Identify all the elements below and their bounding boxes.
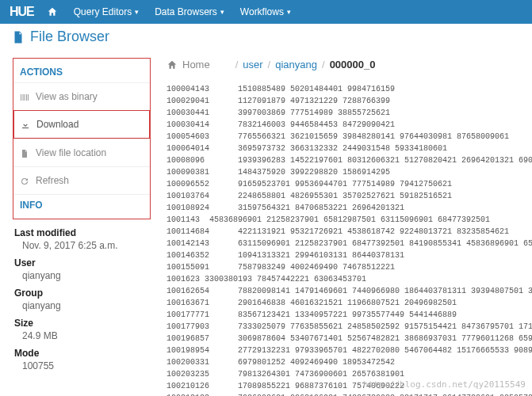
nav-query-editors[interactable]: Query Editors ▾ bbox=[66, 0, 147, 24]
nav-label: Data Browsers bbox=[155, 6, 217, 17]
actions-label: ACTIONS bbox=[13, 62, 150, 82]
breadcrumb-sep: / bbox=[322, 59, 325, 70]
last-modified-label: Last modified bbox=[14, 223, 151, 238]
chevron-down-icon: ▾ bbox=[287, 8, 291, 16]
content-area: Home / user / qianyang / 000000_0 100004… bbox=[159, 53, 532, 396]
download-icon bbox=[21, 119, 32, 130]
breadcrumb-user[interactable]: user bbox=[243, 59, 262, 70]
nav-data-browsers[interactable]: Data Browsers ▾ bbox=[147, 0, 232, 24]
user-label: User bbox=[14, 253, 151, 268]
info-label: INFO bbox=[13, 194, 150, 215]
breadcrumb-qianyang[interactable]: qianyang bbox=[275, 59, 317, 70]
breadcrumb-sep: / bbox=[235, 59, 239, 70]
nav-label: Workflows bbox=[240, 6, 284, 17]
watermark: http://blog.csdn.net/qy20115549 bbox=[363, 379, 526, 390]
size-value: 24.9 MB bbox=[14, 329, 151, 343]
top-nav: HUE Query Editors ▾ Data Browsers ▾ Work… bbox=[0, 0, 532, 24]
file-content: 100004143 1510885489 50201484401 9984716… bbox=[166, 77, 532, 396]
action-label: Download bbox=[36, 119, 78, 130]
home-icon[interactable] bbox=[166, 58, 178, 70]
breadcrumb-home[interactable]: Home bbox=[182, 59, 210, 70]
group-label: Group bbox=[14, 283, 151, 299]
nav-workflows[interactable]: Workflows ▾ bbox=[232, 0, 299, 24]
last-modified-value: Nov. 9, 2017 6:25 a.m. bbox=[14, 238, 151, 253]
app-logo: HUE bbox=[5, 5, 39, 19]
file-location-icon bbox=[20, 147, 31, 158]
refresh-icon bbox=[20, 175, 31, 186]
action-view-binary[interactable]: View as binary bbox=[13, 82, 150, 110]
nav-label: Query Editors bbox=[74, 6, 132, 17]
breadcrumb-sep: / bbox=[268, 59, 271, 70]
action-label: Refresh bbox=[36, 175, 69, 186]
action-label: View as binary bbox=[36, 91, 98, 102]
actions-box: ACTIONS View as binary Download View fil… bbox=[13, 58, 151, 219]
home-icon bbox=[47, 6, 58, 18]
action-label: View file location bbox=[36, 147, 106, 158]
barcode-icon bbox=[20, 91, 31, 102]
breadcrumb: Home / user / qianyang / 000000_0 bbox=[166, 58, 532, 77]
mode-value: 100755 bbox=[14, 359, 151, 373]
group-value: qianyang bbox=[14, 299, 151, 313]
action-refresh[interactable]: Refresh bbox=[13, 166, 150, 194]
user-value: qianyang bbox=[14, 268, 151, 283]
chevron-down-icon: ▾ bbox=[220, 8, 224, 16]
breadcrumb-current: 000000_0 bbox=[330, 59, 376, 70]
chevron-down-icon: ▾ bbox=[135, 8, 139, 16]
action-view-location[interactable]: View file location bbox=[13, 139, 150, 166]
action-download[interactable]: Download bbox=[13, 110, 150, 139]
page-title: File Browser bbox=[30, 29, 109, 45]
file-icon bbox=[11, 29, 25, 45]
info-table: Last modified Nov. 9, 2017 6:25 a.m. Use… bbox=[13, 219, 151, 373]
sidebar: ACTIONS View as binary Download View fil… bbox=[0, 53, 159, 396]
size-label: Size bbox=[14, 313, 151, 329]
mode-label: Mode bbox=[14, 343, 151, 359]
nav-home[interactable] bbox=[39, 0, 66, 24]
page-title-row: File Browser bbox=[0, 24, 532, 53]
